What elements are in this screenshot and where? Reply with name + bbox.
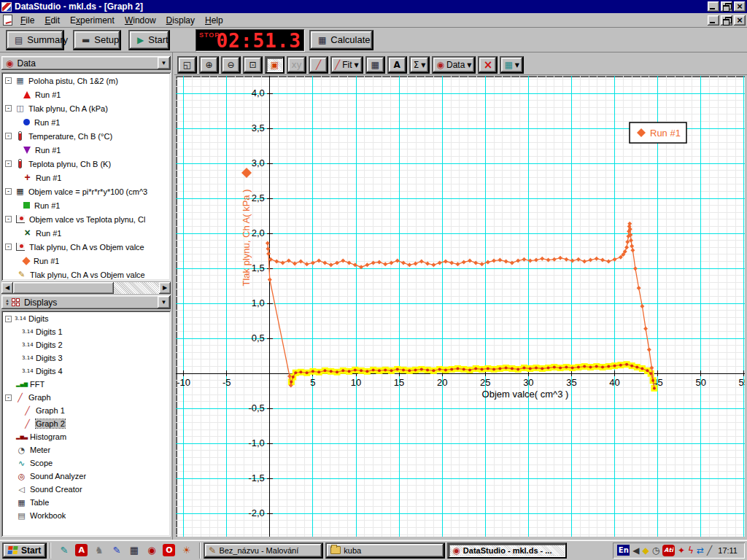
run-item[interactable]: Run #1	[3, 88, 171, 101]
data-menu-button[interactable]: ◉Data▼	[432, 56, 476, 74]
expand-collapse-box[interactable]: -	[5, 105, 12, 112]
child-close-button[interactable]	[734, 15, 746, 26]
display-item[interactable]: -3.14Digits	[3, 312, 171, 325]
bird-icon[interactable]: ♞	[93, 544, 105, 556]
data-item[interactable]: -Tlak plynu, Ch A vs Objem valce	[3, 240, 171, 254]
run-item[interactable]: Run #1	[3, 198, 171, 212]
sync-arrows-icon[interactable]: ⇄	[697, 545, 704, 556]
lightning-icon[interactable]: ϟ	[688, 545, 694, 556]
scroll-left-icon[interactable]: ◀	[1, 282, 13, 294]
acrobat-icon[interactable]: A	[75, 544, 88, 556]
display-item[interactable]: ▂▅▃Histogram	[3, 430, 171, 443]
opera-icon[interactable]: O	[163, 544, 175, 556]
diamond-icon[interactable]: ◆	[643, 545, 649, 556]
show-desktop-icon[interactable]: ✎	[58, 544, 70, 556]
remove-button[interactable]: ×	[478, 56, 498, 74]
display-item[interactable]: ▂▄▆FFT	[3, 378, 171, 391]
run-item[interactable]: Run #1	[3, 115, 171, 129]
zoom-out-button[interactable]: ⊖	[221, 56, 241, 74]
dragon-icon[interactable]: ◉	[145, 544, 158, 556]
pen-icon[interactable]: ✎	[110, 544, 123, 556]
data-item[interactable]: -Teplota plynu, Ch B (K)	[3, 157, 171, 171]
volume-icon[interactable]: ◀	[632, 545, 639, 556]
display-subitem-digits-1[interactable]: 3.14Digits 1	[3, 325, 171, 338]
slope-tool-button[interactable]: ╱	[309, 56, 328, 74]
expand-collapse-box[interactable]: -	[5, 160, 12, 167]
expand-collapse-box[interactable]: -	[5, 133, 12, 139]
display-subitem-digits-3[interactable]: 3.14Digits 3	[3, 351, 171, 365]
display-item[interactable]: -╱Graph	[3, 391, 171, 404]
run-item[interactable]: +Run #1	[3, 171, 171, 184]
close-button[interactable]	[734, 1, 746, 12]
display-item[interactable]: ◎Sound Analyzer	[3, 470, 171, 483]
expand-collapse-box[interactable]: -	[5, 244, 12, 250]
graph-settings-button[interactable]: ▦▼	[500, 56, 524, 74]
menu-display[interactable]: Display	[161, 14, 200, 27]
expand-collapse-box[interactable]: -	[5, 77, 12, 84]
data-item[interactable]: -◫Tlak plynu, Ch A (kPa)	[3, 101, 171, 115]
minimize-button[interactable]	[708, 1, 719, 12]
start-menu-button[interactable]: Start	[2, 542, 47, 559]
fit-menu-button[interactable]: ╱Fit▼	[330, 56, 363, 74]
start-button[interactable]: ▶ Start	[128, 30, 170, 50]
task-paint[interactable]: ✎Bez_názvu - Malování	[204, 542, 323, 559]
scale-to-fit-button[interactable]: ◱	[177, 56, 197, 74]
xy-tool-button[interactable]: xy	[287, 56, 306, 74]
calculator-icon[interactable]: ▦	[128, 544, 140, 556]
menu-edit[interactable]: Edit	[39, 14, 65, 27]
scroll-right-icon[interactable]: ▶	[159, 282, 171, 294]
plot-area[interactable]: 4,03,53,02,52,01,51,00,5-0,5-1,0-1,5-2,0…	[176, 76, 745, 537]
display-item[interactable]: ▤Workbook	[3, 509, 171, 522]
flame-icon[interactable]: ☀	[180, 544, 193, 556]
display-subitem-graph-2[interactable]: ╱Graph 2	[3, 417, 171, 430]
expand-collapse-box[interactable]: -	[5, 216, 12, 222]
smart-tool-button[interactable]: ▣	[265, 56, 285, 74]
calculate-button[interactable]: ▦	[365, 56, 385, 74]
statistics-button[interactable]: Σ▼	[409, 56, 430, 74]
expand-collapse-box[interactable]: -	[5, 316, 12, 322]
data-panel-header[interactable]: ◉ Data ▼	[1, 56, 171, 70]
display-item[interactable]: ◁Sound Creator	[3, 483, 171, 496]
expand-collapse-box[interactable]: -	[5, 394, 12, 401]
run-item[interactable]: Run #1	[3, 143, 171, 157]
scroll-thumb[interactable]	[13, 282, 114, 294]
task-folder[interactable]: kuba	[325, 542, 445, 559]
pen-tool-icon[interactable]: ╱	[707, 545, 712, 556]
document-icon[interactable]	[3, 15, 12, 26]
legend[interactable]: Run #1	[630, 122, 686, 143]
display-subitem-graph-1[interactable]: ╱Graph 1	[3, 404, 171, 417]
data-dropdown-button[interactable]: ▼	[158, 57, 170, 69]
run-item[interactable]: Run #1	[3, 254, 171, 268]
expand-collapse-box[interactable]: -	[5, 188, 12, 195]
setup-button[interactable]: ▬ Setup	[73, 30, 121, 50]
displays-dropdown-button[interactable]: ▼	[158, 296, 170, 308]
data-item[interactable]: -▦Objem valce = pi*r*r*y*100 (cm^3	[3, 184, 171, 198]
display-item[interactable]: ◔Meter	[3, 443, 171, 456]
zoom-in-button[interactable]: ⊕	[199, 56, 219, 74]
data-item[interactable]: -Temperature, Ch B (°C)	[3, 129, 171, 143]
scheduler-icon[interactable]: ◷	[652, 545, 659, 556]
calculate-button[interactable]: ▦ Calculate	[309, 30, 374, 50]
panel-splitter-handle[interactable]: ▲▼	[5, 299, 9, 306]
data-horizontal-scrollbar[interactable]: ◀ ▶	[1, 282, 171, 294]
restore-button[interactable]	[721, 1, 732, 12]
title-bar[interactable]: DataStudio - mkl.ds - [Graph 2]	[0, 0, 747, 13]
text-tool-button[interactable]: A	[387, 56, 407, 74]
display-item[interactable]: ∿Scope	[3, 456, 171, 470]
zoom-select-button[interactable]: ⊡	[243, 56, 263, 74]
data-item[interactable]: ✎Tlak plynu, Ch A vs Objem valce	[3, 268, 171, 281]
child-minimize-button[interactable]	[708, 15, 719, 26]
chart[interactable]: 4,03,53,02,52,01,51,00,5-0,5-1,0-1,5-2,0…	[176, 76, 745, 537]
menu-file[interactable]: File	[15, 14, 39, 27]
displays-panel-header[interactable]: ▲▼ Displays ▼	[1, 295, 171, 309]
figure-icon[interactable]: ✦	[678, 545, 685, 556]
menu-help[interactable]: Help	[200, 14, 228, 27]
ati-icon[interactable]: Ati	[662, 545, 675, 556]
data-item[interactable]: -Objem valce vs Teplota plynu, Cl	[3, 212, 171, 226]
data-item[interactable]: -▦Poloha pistu, Ch 1&2 (m)	[3, 74, 171, 88]
display-subitem-digits-2[interactable]: 3.14Digits 2	[3, 338, 171, 351]
display-item[interactable]: ▦Table	[3, 496, 171, 509]
language-indicator[interactable]: En	[617, 545, 630, 556]
summary-button[interactable]: ▤ Summary	[6, 30, 64, 50]
menu-experiment[interactable]: Experiment	[65, 14, 120, 27]
